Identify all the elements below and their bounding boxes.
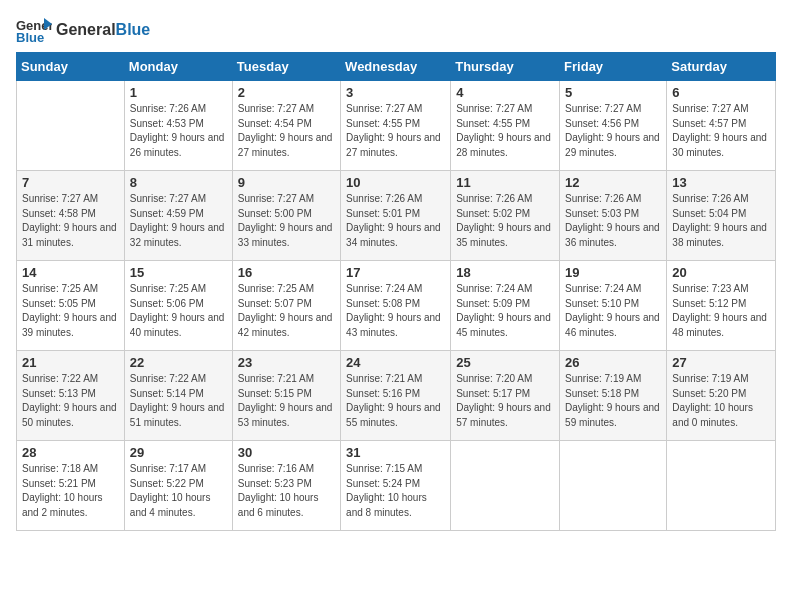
day-info: Sunrise: 7:19 AMSunset: 5:18 PMDaylight:… [565,372,661,430]
calendar-week-3: 14Sunrise: 7:25 AMSunset: 5:05 PMDayligh… [17,261,776,351]
day-number: 22 [130,355,227,370]
day-info: Sunrise: 7:23 AMSunset: 5:12 PMDaylight:… [672,282,770,340]
calendar-cell: 24Sunrise: 7:21 AMSunset: 5:16 PMDayligh… [341,351,451,441]
day-info: Sunrise: 7:27 AMSunset: 5:00 PMDaylight:… [238,192,335,250]
calendar-cell: 3Sunrise: 7:27 AMSunset: 4:55 PMDaylight… [341,81,451,171]
column-header-sunday: Sunday [17,53,125,81]
day-number: 20 [672,265,770,280]
day-info: Sunrise: 7:20 AMSunset: 5:17 PMDaylight:… [456,372,554,430]
day-number: 26 [565,355,661,370]
column-header-tuesday: Tuesday [232,53,340,81]
day-number: 16 [238,265,335,280]
calendar-week-4: 21Sunrise: 7:22 AMSunset: 5:13 PMDayligh… [17,351,776,441]
calendar-cell: 5Sunrise: 7:27 AMSunset: 4:56 PMDaylight… [560,81,667,171]
calendar-cell [560,441,667,531]
day-number: 2 [238,85,335,100]
day-info: Sunrise: 7:27 AMSunset: 4:59 PMDaylight:… [130,192,227,250]
day-info: Sunrise: 7:22 AMSunset: 5:13 PMDaylight:… [22,372,119,430]
calendar-cell: 2Sunrise: 7:27 AMSunset: 4:54 PMDaylight… [232,81,340,171]
day-number: 14 [22,265,119,280]
day-number: 30 [238,445,335,460]
day-info: Sunrise: 7:21 AMSunset: 5:15 PMDaylight:… [238,372,335,430]
day-number: 6 [672,85,770,100]
day-info: Sunrise: 7:27 AMSunset: 4:58 PMDaylight:… [22,192,119,250]
calendar-cell [451,441,560,531]
day-info: Sunrise: 7:25 AMSunset: 5:05 PMDaylight:… [22,282,119,340]
day-info: Sunrise: 7:24 AMSunset: 5:10 PMDaylight:… [565,282,661,340]
day-number: 29 [130,445,227,460]
calendar-cell [17,81,125,171]
day-info: Sunrise: 7:25 AMSunset: 5:06 PMDaylight:… [130,282,227,340]
calendar-week-2: 7Sunrise: 7:27 AMSunset: 4:58 PMDaylight… [17,171,776,261]
day-number: 25 [456,355,554,370]
calendar-cell: 15Sunrise: 7:25 AMSunset: 5:06 PMDayligh… [124,261,232,351]
day-number: 18 [456,265,554,280]
calendar-cell: 30Sunrise: 7:16 AMSunset: 5:23 PMDayligh… [232,441,340,531]
day-info: Sunrise: 7:16 AMSunset: 5:23 PMDaylight:… [238,462,335,520]
calendar-cell: 31Sunrise: 7:15 AMSunset: 5:24 PMDayligh… [341,441,451,531]
calendar-cell [667,441,776,531]
day-number: 19 [565,265,661,280]
calendar-cell: 11Sunrise: 7:26 AMSunset: 5:02 PMDayligh… [451,171,560,261]
day-info: Sunrise: 7:26 AMSunset: 5:04 PMDaylight:… [672,192,770,250]
day-info: Sunrise: 7:27 AMSunset: 4:54 PMDaylight:… [238,102,335,160]
logo-text: GeneralBlue [56,21,150,39]
day-number: 17 [346,265,445,280]
calendar-cell: 12Sunrise: 7:26 AMSunset: 5:03 PMDayligh… [560,171,667,261]
day-info: Sunrise: 7:27 AMSunset: 4:55 PMDaylight:… [346,102,445,160]
day-info: Sunrise: 7:26 AMSunset: 5:01 PMDaylight:… [346,192,445,250]
calendar-cell: 7Sunrise: 7:27 AMSunset: 4:58 PMDaylight… [17,171,125,261]
day-number: 1 [130,85,227,100]
logo-icon: General Blue [16,16,52,44]
day-info: Sunrise: 7:26 AMSunset: 5:02 PMDaylight:… [456,192,554,250]
day-info: Sunrise: 7:27 AMSunset: 4:56 PMDaylight:… [565,102,661,160]
column-header-friday: Friday [560,53,667,81]
day-number: 31 [346,445,445,460]
day-number: 23 [238,355,335,370]
day-info: Sunrise: 7:17 AMSunset: 5:22 PMDaylight:… [130,462,227,520]
calendar-cell: 20Sunrise: 7:23 AMSunset: 5:12 PMDayligh… [667,261,776,351]
day-number: 28 [22,445,119,460]
day-number: 24 [346,355,445,370]
day-number: 13 [672,175,770,190]
calendar-cell: 25Sunrise: 7:20 AMSunset: 5:17 PMDayligh… [451,351,560,441]
day-number: 8 [130,175,227,190]
column-header-saturday: Saturday [667,53,776,81]
calendar-cell: 18Sunrise: 7:24 AMSunset: 5:09 PMDayligh… [451,261,560,351]
day-number: 12 [565,175,661,190]
calendar-cell: 6Sunrise: 7:27 AMSunset: 4:57 PMDaylight… [667,81,776,171]
calendar-cell: 8Sunrise: 7:27 AMSunset: 4:59 PMDaylight… [124,171,232,261]
column-header-monday: Monday [124,53,232,81]
calendar-cell: 29Sunrise: 7:17 AMSunset: 5:22 PMDayligh… [124,441,232,531]
calendar-cell: 21Sunrise: 7:22 AMSunset: 5:13 PMDayligh… [17,351,125,441]
day-number: 7 [22,175,119,190]
day-info: Sunrise: 7:22 AMSunset: 5:14 PMDaylight:… [130,372,227,430]
calendar-week-1: 1Sunrise: 7:26 AMSunset: 4:53 PMDaylight… [17,81,776,171]
day-number: 5 [565,85,661,100]
day-info: Sunrise: 7:27 AMSunset: 4:55 PMDaylight:… [456,102,554,160]
day-info: Sunrise: 7:21 AMSunset: 5:16 PMDaylight:… [346,372,445,430]
calendar-cell: 19Sunrise: 7:24 AMSunset: 5:10 PMDayligh… [560,261,667,351]
day-number: 21 [22,355,119,370]
day-info: Sunrise: 7:18 AMSunset: 5:21 PMDaylight:… [22,462,119,520]
svg-text:Blue: Blue [16,30,44,44]
calendar-cell: 4Sunrise: 7:27 AMSunset: 4:55 PMDaylight… [451,81,560,171]
day-number: 11 [456,175,554,190]
calendar-cell: 14Sunrise: 7:25 AMSunset: 5:05 PMDayligh… [17,261,125,351]
day-info: Sunrise: 7:25 AMSunset: 5:07 PMDaylight:… [238,282,335,340]
day-number: 27 [672,355,770,370]
page-header: General Blue GeneralBlue [16,16,776,44]
day-number: 10 [346,175,445,190]
calendar-table: SundayMondayTuesdayWednesdayThursdayFrid… [16,52,776,531]
day-number: 15 [130,265,227,280]
calendar-cell: 1Sunrise: 7:26 AMSunset: 4:53 PMDaylight… [124,81,232,171]
day-info: Sunrise: 7:24 AMSunset: 5:08 PMDaylight:… [346,282,445,340]
calendar-week-5: 28Sunrise: 7:18 AMSunset: 5:21 PMDayligh… [17,441,776,531]
day-info: Sunrise: 7:24 AMSunset: 5:09 PMDaylight:… [456,282,554,340]
calendar-cell: 10Sunrise: 7:26 AMSunset: 5:01 PMDayligh… [341,171,451,261]
calendar-cell: 13Sunrise: 7:26 AMSunset: 5:04 PMDayligh… [667,171,776,261]
logo: General Blue GeneralBlue [16,16,150,44]
calendar-cell: 16Sunrise: 7:25 AMSunset: 5:07 PMDayligh… [232,261,340,351]
day-number: 3 [346,85,445,100]
day-info: Sunrise: 7:19 AMSunset: 5:20 PMDaylight:… [672,372,770,430]
